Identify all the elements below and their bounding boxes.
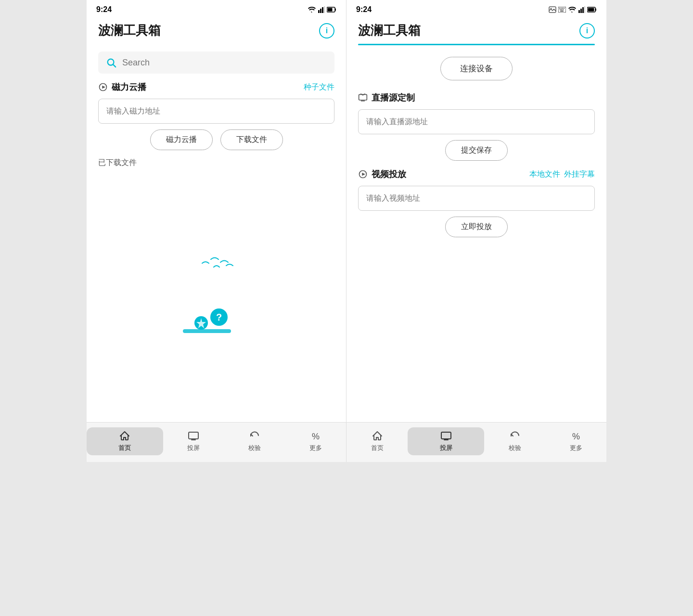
bottom-nav-left: 首页 投屏 校验 % 更多 xyxy=(87,422,346,462)
magnet-play-button[interactable]: 磁力云播 xyxy=(150,129,213,150)
svg-text:?: ? xyxy=(216,312,221,322)
connect-device-button[interactable]: 连接设备 xyxy=(440,57,513,80)
svg-rect-33 xyxy=(582,7,584,13)
live-button-row: 提交保存 xyxy=(358,140,595,161)
nav-cast-left[interactable]: 投屏 xyxy=(163,430,224,452)
more-icon-left: % xyxy=(310,430,321,442)
nav-more-left[interactable]: % 更多 xyxy=(285,430,346,452)
svg-rect-36 xyxy=(595,9,596,11)
app-title-left: 波澜工具箱 xyxy=(98,22,161,39)
magnet-url-input[interactable] xyxy=(98,99,334,124)
verify-icon-right xyxy=(509,430,521,442)
live-section-header: 直播源定制 xyxy=(358,92,595,103)
live-section-title: 直播源定制 xyxy=(358,92,415,103)
wifi-icon-right xyxy=(568,7,577,13)
signal-icon-right xyxy=(578,6,585,13)
status-time-right: 9:24 xyxy=(356,5,372,14)
svg-rect-37 xyxy=(588,8,594,12)
magnet-section: 磁力云播 种子文件 磁力云播 下载文件 xyxy=(98,81,334,150)
empty-state: ? xyxy=(98,176,334,414)
left-phone: 9:24 波澜工具箱 xyxy=(87,0,346,462)
svg-rect-3 xyxy=(324,6,325,13)
bottom-nav-right: 首页 投屏 校验 % 更多 xyxy=(346,422,606,462)
svg-rect-26 xyxy=(564,8,565,9)
live-section: 直播源定制 提交保存 xyxy=(358,92,595,161)
connect-section: 连接设备 xyxy=(358,57,595,80)
signal-icon xyxy=(318,6,325,13)
svg-rect-0 xyxy=(318,10,320,13)
search-input[interactable] xyxy=(122,58,327,68)
video-section: 视频投放 本地文件 外挂字幕 立即投放 xyxy=(358,168,595,237)
wifi-icon xyxy=(308,7,316,13)
search-icon xyxy=(106,57,116,68)
more-icon-right: % xyxy=(570,430,582,442)
subtitle-link[interactable]: 外挂字幕 xyxy=(564,169,595,180)
nav-more-right[interactable]: % 更多 xyxy=(545,430,606,452)
status-time-left: 9:24 xyxy=(96,5,112,14)
nav-home-label-left: 首页 xyxy=(118,444,131,452)
nav-verify-right[interactable]: 校验 xyxy=(484,430,545,452)
magnet-download-button[interactable]: 下载文件 xyxy=(220,129,283,150)
video-section-header: 视频投放 本地文件 外挂字幕 xyxy=(358,168,595,180)
tv-icon-left xyxy=(188,430,199,442)
svg-rect-27 xyxy=(560,9,561,10)
svg-text:%: % xyxy=(572,432,579,441)
svg-line-8 xyxy=(113,64,116,67)
video-section-title: 视频投放 xyxy=(358,168,406,180)
svg-rect-28 xyxy=(561,9,562,10)
status-icons-left xyxy=(308,6,336,13)
nav-more-label-right: 更多 xyxy=(570,444,582,452)
keyboard-icon xyxy=(558,7,566,13)
svg-rect-5 xyxy=(335,9,336,11)
local-file-link[interactable]: 本地文件 xyxy=(529,169,560,180)
play-circle-icon xyxy=(98,82,108,92)
search-bar[interactable] xyxy=(98,51,334,74)
nav-cast-label-left: 投屏 xyxy=(187,444,200,452)
video-url-input[interactable] xyxy=(358,186,595,211)
status-bar-left: 9:24 xyxy=(87,0,346,17)
nav-verify-left[interactable]: 校验 xyxy=(224,430,285,452)
video-play-button[interactable]: 立即投放 xyxy=(445,217,508,237)
nav-home-right[interactable]: 首页 xyxy=(346,430,408,452)
svg-marker-10 xyxy=(102,86,105,89)
character-illustration: ? xyxy=(168,293,265,341)
seed-file-link[interactable]: 种子文件 xyxy=(304,82,334,92)
svg-rect-25 xyxy=(562,8,563,9)
video-links: 本地文件 外挂字幕 xyxy=(529,169,595,180)
right-phone: 9:24 xyxy=(346,0,606,462)
svg-rect-24 xyxy=(561,8,562,9)
birds-illustration xyxy=(173,249,260,278)
app-title-right: 波澜工具箱 xyxy=(358,22,421,39)
svg-rect-23 xyxy=(559,8,560,9)
downloaded-label: 已下载文件 xyxy=(98,158,334,168)
live-submit-button[interactable]: 提交保存 xyxy=(445,140,508,161)
play-circle-icon-right xyxy=(358,169,368,179)
status-bar-right: 9:24 xyxy=(346,0,606,17)
svg-rect-1 xyxy=(320,9,321,13)
nav-home-label-right: 首页 xyxy=(371,444,384,452)
live-url-input[interactable] xyxy=(358,109,595,134)
battery-icon-right xyxy=(587,7,597,13)
app-header-right: 波澜工具箱 i xyxy=(346,17,606,44)
nav-home-left[interactable]: 首页 xyxy=(87,427,163,455)
nav-more-label-left: 更多 xyxy=(309,444,322,452)
svg-text:%: % xyxy=(312,432,320,441)
info-icon-right[interactable]: i xyxy=(579,23,595,38)
nav-cast-right[interactable]: 投屏 xyxy=(408,427,484,455)
svg-rect-30 xyxy=(560,11,564,12)
svg-rect-42 xyxy=(441,432,451,439)
right-phone-content: 连接设备 直播源定制 提交保存 xyxy=(346,45,606,422)
magnet-section-title: 磁力云播 xyxy=(98,81,146,93)
svg-rect-6 xyxy=(328,8,333,12)
magnet-button-row: 磁力云播 下载文件 xyxy=(98,129,334,150)
svg-rect-34 xyxy=(584,6,585,13)
nav-cast-label-right: 投屏 xyxy=(440,444,452,452)
app-header-left: 波澜工具箱 i xyxy=(87,17,346,44)
status-icons-right xyxy=(549,6,597,13)
home-icon-left xyxy=(119,430,130,442)
nav-verify-label-left: 校验 xyxy=(248,444,261,452)
info-icon-left[interactable]: i xyxy=(319,23,334,38)
svg-rect-11 xyxy=(183,329,231,333)
image-icon xyxy=(549,6,556,13)
magnet-section-header: 磁力云播 种子文件 xyxy=(98,81,334,93)
